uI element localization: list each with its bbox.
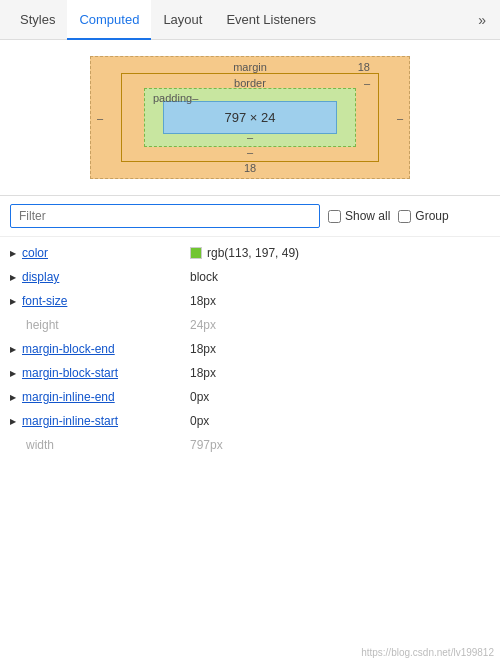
prop-row: height24px (0, 313, 500, 337)
filter-row: Show all Group (0, 196, 500, 237)
expand-arrow-icon[interactable]: ▶ (10, 393, 16, 402)
prop-value-text: 18px (190, 342, 216, 356)
color-swatch-icon[interactable] (190, 247, 202, 259)
padding-label: padding– (153, 92, 198, 104)
tab-bar: Styles Computed Layout Event Listeners » (0, 0, 500, 40)
border-dash-bottom: – (247, 146, 253, 158)
prop-name-text[interactable]: margin-inline-start (22, 414, 118, 428)
margin-label: margin (233, 61, 267, 73)
expand-arrow-icon[interactable]: ▶ (10, 417, 16, 426)
prop-name: width (10, 438, 190, 452)
show-all-checkbox[interactable] (328, 210, 341, 223)
prop-value: rgb(113, 197, 49) (190, 246, 299, 260)
show-all-label: Show all (345, 209, 390, 223)
prop-value-text: 18px (190, 366, 216, 380)
prop-row: ▶font-size18px (0, 289, 500, 313)
expand-arrow-icon[interactable]: ▶ (10, 249, 16, 258)
tab-more-button[interactable]: » (472, 12, 492, 28)
prop-value: 24px (190, 318, 216, 332)
watermark: https://blog.csdn.net/lv199812 (361, 647, 494, 658)
prop-value-text: rgb(113, 197, 49) (207, 246, 299, 260)
padding-bottom-dash: – (247, 131, 253, 143)
expand-arrow-icon[interactable]: ▶ (10, 369, 16, 378)
prop-name-text: height (26, 318, 59, 332)
prop-row: ▶displayblock (0, 265, 500, 289)
prop-row: ▶margin-block-end18px (0, 337, 500, 361)
prop-name: height (10, 318, 190, 332)
prop-row: ▶margin-block-start18px (0, 361, 500, 385)
prop-value: 0px (190, 414, 209, 428)
prop-name: ▶font-size (10, 294, 190, 308)
prop-value: 797px (190, 438, 223, 452)
tab-computed[interactable]: Computed (67, 0, 151, 40)
properties-list: ▶colorrgb(113, 197, 49)▶displayblock▶fon… (0, 237, 500, 461)
prop-value-text: 0px (190, 390, 209, 404)
margin-value-top: 18 (358, 61, 370, 73)
expand-arrow-icon[interactable]: ▶ (10, 273, 16, 282)
prop-name: ▶margin-inline-end (10, 390, 190, 404)
prop-value: block (190, 270, 218, 284)
prop-row: width797px (0, 433, 500, 457)
content-size: 797 × 24 (225, 110, 276, 125)
filter-input[interactable] (10, 204, 320, 228)
tab-event-listeners[interactable]: Event Listeners (214, 0, 328, 40)
prop-name: ▶margin-inline-start (10, 414, 190, 428)
margin-value-bottom: 18 (244, 162, 256, 174)
group-checkbox-label[interactable]: Group (398, 209, 448, 223)
prop-name-text[interactable]: font-size (22, 294, 67, 308)
prop-value-text: 0px (190, 414, 209, 428)
expand-arrow-icon[interactable]: ▶ (10, 297, 16, 306)
prop-name: ▶color (10, 246, 190, 260)
tab-layout[interactable]: Layout (151, 0, 214, 40)
box-model-diagram: margin 18 18 – – border – – padding– – 7… (0, 40, 500, 196)
prop-name-text: width (26, 438, 54, 452)
prop-name-text[interactable]: color (22, 246, 48, 260)
prop-name: ▶margin-block-start (10, 366, 190, 380)
group-label: Group (415, 209, 448, 223)
prop-name-text[interactable]: display (22, 270, 59, 284)
prop-value: 18px (190, 342, 216, 356)
tab-styles[interactable]: Styles (8, 0, 67, 40)
content-box: 797 × 24 (163, 101, 337, 134)
margin-value-left: – (97, 112, 103, 124)
padding-box: padding– – 797 × 24 (144, 88, 356, 147)
prop-value-text: 24px (190, 318, 216, 332)
margin-box: margin 18 18 – – border – – padding– – 7… (90, 56, 410, 179)
prop-value: 0px (190, 390, 209, 404)
border-dash-top: – (364, 77, 370, 89)
group-checkbox[interactable] (398, 210, 411, 223)
prop-row: ▶colorrgb(113, 197, 49) (0, 241, 500, 265)
prop-value: 18px (190, 366, 216, 380)
expand-arrow-icon[interactable]: ▶ (10, 345, 16, 354)
prop-name-text[interactable]: margin-block-end (22, 342, 115, 356)
margin-value-right: – (397, 112, 403, 124)
prop-value-text: 797px (190, 438, 223, 452)
prop-name-text[interactable]: margin-inline-end (22, 390, 115, 404)
prop-value-text: 18px (190, 294, 216, 308)
prop-value-text: block (190, 270, 218, 284)
prop-row: ▶margin-inline-start0px (0, 409, 500, 433)
prop-name: ▶display (10, 270, 190, 284)
show-all-checkbox-label[interactable]: Show all (328, 209, 390, 223)
prop-name-text[interactable]: margin-block-start (22, 366, 118, 380)
border-box: border – – padding– – 797 × 24 (121, 73, 379, 162)
prop-value: 18px (190, 294, 216, 308)
prop-row: ▶margin-inline-end0px (0, 385, 500, 409)
prop-name: ▶margin-block-end (10, 342, 190, 356)
